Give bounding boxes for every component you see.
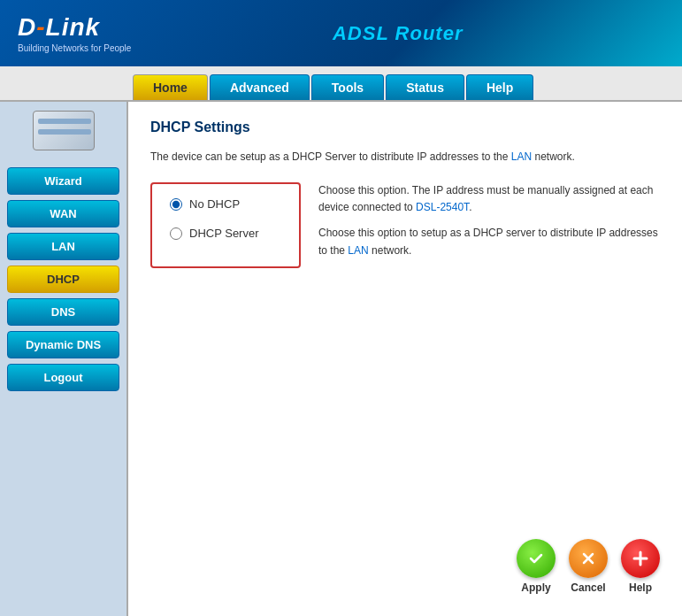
nav-tabs: Home Advanced Tools Status Help bbox=[0, 66, 682, 102]
product-title: ADSL Router bbox=[131, 22, 664, 45]
logo-area: D-Link Building Networks for People bbox=[18, 13, 131, 53]
logo-text: D-Link bbox=[18, 13, 100, 42]
descriptions-box: Choose this option. The IP address must … bbox=[318, 182, 660, 268]
sidebar-btn-dynamic-dns[interactable]: Dynamic DNS bbox=[7, 331, 119, 358]
sidebar-btn-wizard[interactable]: Wizard bbox=[7, 167, 119, 195]
radio-box: No DHCP DHCP Server bbox=[150, 182, 301, 268]
content-area: DHCP Settings The device can be setup as… bbox=[128, 102, 682, 616]
description: The device can be setup as a DHCP Server… bbox=[150, 149, 660, 165]
tab-help[interactable]: Help bbox=[466, 74, 533, 100]
apply-label: Apply bbox=[521, 581, 550, 594]
help-icon bbox=[631, 549, 650, 568]
option-dhcp-server[interactable]: DHCP Server bbox=[170, 227, 281, 240]
sidebar-btn-logout[interactable]: Logout bbox=[7, 364, 119, 391]
tab-advanced[interactable]: Advanced bbox=[210, 74, 310, 100]
tab-home[interactable]: Home bbox=[133, 74, 208, 100]
radio-dhcp-server[interactable] bbox=[170, 227, 182, 240]
router-image bbox=[33, 111, 95, 150]
tab-tools[interactable]: Tools bbox=[311, 74, 384, 100]
sidebar: Wizard WAN LAN DHCP DNS Dynamic DNS Logo… bbox=[0, 102, 128, 616]
desc-no-dhcp: Choose this option. The IP address must … bbox=[318, 182, 660, 216]
option-no-dhcp[interactable]: No DHCP bbox=[170, 197, 281, 211]
apply-button[interactable] bbox=[517, 539, 556, 578]
lan-link[interactable]: LAN bbox=[511, 150, 532, 163]
cancel-button[interactable] bbox=[569, 539, 608, 578]
help-btn-wrap[interactable]: Help bbox=[621, 539, 660, 594]
apply-btn-wrap[interactable]: Apply bbox=[517, 539, 556, 594]
help-label: Help bbox=[629, 581, 652, 594]
sidebar-btn-dns[interactable]: DNS bbox=[7, 298, 119, 326]
sidebar-btn-dhcp[interactable]: DHCP bbox=[7, 266, 119, 293]
radio-no-dhcp[interactable] bbox=[170, 198, 182, 211]
sidebar-btn-wan[interactable]: WAN bbox=[7, 200, 119, 227]
router-icon bbox=[7, 111, 119, 153]
cancel-label: Cancel bbox=[571, 581, 605, 594]
tab-status[interactable]: Status bbox=[386, 74, 464, 100]
dsl-link[interactable]: DSL-2540T bbox=[416, 201, 469, 213]
help-button[interactable] bbox=[621, 539, 660, 578]
cancel-btn-wrap[interactable]: Cancel bbox=[569, 539, 608, 594]
checkmark-icon bbox=[526, 549, 546, 568]
cancel-icon bbox=[579, 549, 598, 568]
sidebar-btn-lan[interactable]: LAN bbox=[7, 233, 119, 260]
option-dhcp-server-label: DHCP Server bbox=[189, 227, 259, 240]
page-title: DHCP Settings bbox=[150, 119, 660, 135]
option-no-dhcp-label: No DHCP bbox=[189, 197, 240, 211]
dhcp-options-area: No DHCP DHCP Server Choose this option. … bbox=[150, 182, 660, 268]
action-buttons: Apply Cancel Help bbox=[517, 539, 660, 594]
logo-sub: Building Networks for People bbox=[18, 43, 131, 53]
header: D-Link Building Networks for People ADSL… bbox=[0, 0, 682, 66]
main-layout: Wizard WAN LAN DHCP DNS Dynamic DNS Logo… bbox=[0, 102, 682, 616]
desc-dhcp-server: Choose this option to setup as a DHCP se… bbox=[318, 225, 660, 258]
lan-link2[interactable]: LAN bbox=[348, 244, 368, 257]
